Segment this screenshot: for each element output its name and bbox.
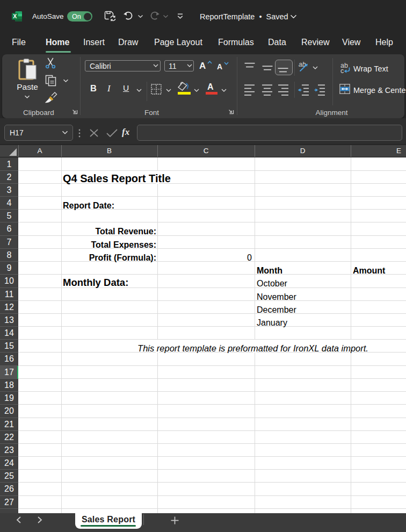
svg-text:X: X [13, 13, 17, 19]
svg-text:ab: ab [299, 61, 306, 68]
svg-text:c: c [340, 67, 344, 74]
